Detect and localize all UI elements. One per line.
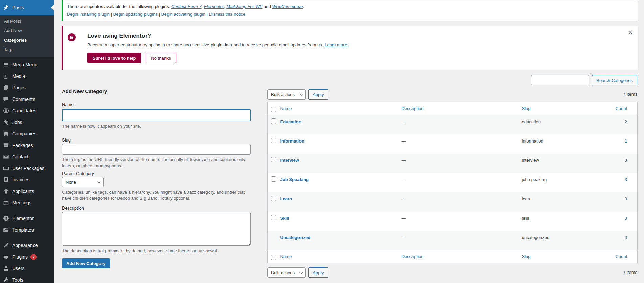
row-checkbox[interactable] bbox=[271, 196, 276, 201]
column-header-link[interactable]: Description bbox=[402, 254, 424, 259]
sidebar-item-label: Candidates bbox=[12, 108, 36, 113]
count-cell: 3 bbox=[603, 154, 638, 173]
sidebar-item-candidates[interactable]: Candidates bbox=[0, 105, 54, 116]
column-header-link[interactable]: Slug bbox=[522, 254, 531, 259]
notice-action-link[interactable]: Dismiss this notice bbox=[209, 12, 245, 17]
notice-action-link[interactable]: Begin updating plugins bbox=[113, 12, 158, 17]
column-header-link[interactable]: Slug bbox=[522, 106, 531, 111]
plugin-link[interactable]: Mailchimp For WP bbox=[226, 4, 262, 9]
current-menu-arrow bbox=[51, 5, 54, 11]
learn-more-link[interactable]: Learn more. bbox=[325, 42, 348, 47]
category-name-link[interactable]: Learn bbox=[280, 196, 292, 201]
description-cell: — bbox=[402, 115, 522, 134]
form-heading: Add New Category bbox=[62, 88, 251, 94]
notice-action-link[interactable]: Begin installing plugin bbox=[67, 12, 110, 17]
column-header-name: Name bbox=[280, 250, 402, 263]
slug-input[interactable] bbox=[62, 144, 251, 155]
column-header-link[interactable]: Name bbox=[280, 106, 292, 111]
plugin-link[interactable]: WooCommerce bbox=[272, 4, 303, 9]
count-link[interactable]: 1 bbox=[625, 138, 627, 144]
count-cell: 3 bbox=[603, 212, 638, 231]
column-header-link[interactable]: Description bbox=[402, 106, 424, 111]
sidebar-item-meetings[interactable]: Meetings bbox=[0, 197, 54, 209]
sidebar-item-users[interactable]: Users bbox=[0, 263, 54, 274]
apply-button[interactable]: Apply bbox=[308, 89, 328, 100]
bulk-actions-select[interactable]: Bulk actions bbox=[267, 267, 306, 278]
row-checkbox[interactable] bbox=[271, 176, 276, 182]
select-all-checkbox[interactable] bbox=[271, 255, 276, 260]
row-checkbox[interactable] bbox=[271, 118, 276, 124]
meetings-icon bbox=[3, 199, 9, 206]
notice-action-link[interactable]: Begin activating plugin bbox=[161, 12, 205, 17]
elementor-accept-button[interactable]: Sure! I'd love to help bbox=[87, 53, 141, 63]
column-header-link[interactable]: Count bbox=[615, 254, 627, 259]
count-link[interactable]: 3 bbox=[625, 216, 627, 221]
plugin-link[interactable]: Elementor bbox=[204, 4, 224, 9]
description-value: — bbox=[402, 196, 406, 201]
apply-button[interactable]: Apply bbox=[308, 267, 328, 278]
column-header-link[interactable]: Name bbox=[280, 254, 292, 259]
appearance-icon bbox=[3, 242, 9, 249]
sidebar-item-mega-menu[interactable]: Mega Menu bbox=[0, 59, 54, 70]
description-textarea[interactable] bbox=[62, 212, 251, 246]
sidebar-item-jobs[interactable]: Jobs bbox=[0, 116, 54, 128]
sidebar-item-invoices[interactable]: Invoices bbox=[0, 174, 54, 186]
sidebar-item-templates[interactable]: Templates bbox=[0, 224, 54, 236]
name-cell: Uncategorized bbox=[280, 231, 402, 250]
name-input[interactable] bbox=[62, 109, 251, 121]
count-link[interactable]: 0 bbox=[625, 235, 627, 240]
count-link[interactable]: 2 bbox=[625, 119, 627, 124]
sidebar-item-posts[interactable]: Posts bbox=[0, 0, 54, 15]
search-input[interactable] bbox=[531, 75, 589, 85]
sidebar-item-media[interactable]: Media bbox=[0, 70, 54, 82]
pin-icon bbox=[3, 4, 9, 11]
name-label: Name bbox=[62, 102, 251, 107]
description-value: — bbox=[402, 158, 406, 163]
column-header-link[interactable]: Count bbox=[615, 106, 627, 111]
count-link[interactable]: 3 bbox=[625, 158, 627, 163]
category-name-link[interactable]: Skill bbox=[280, 216, 289, 221]
count-link[interactable]: 3 bbox=[625, 177, 627, 182]
sidebar-item-applicants[interactable]: Applicants bbox=[0, 186, 54, 197]
add-new-category-button[interactable]: Add New Category bbox=[62, 258, 110, 268]
category-name-link[interactable]: Uncategorized bbox=[280, 235, 311, 240]
templates-icon bbox=[3, 226, 9, 233]
sidebar-item-tools[interactable]: Tools bbox=[0, 274, 54, 283]
category-name-link[interactable]: Job Speaking bbox=[280, 177, 309, 182]
sidebar-item-user-packages[interactable]: User Packages bbox=[0, 162, 54, 174]
sidebar-item-comments[interactable]: Comments bbox=[0, 93, 54, 105]
column-header-count: Count bbox=[603, 102, 638, 115]
search-categories-button[interactable]: Search Categories bbox=[592, 75, 637, 85]
sidebar-subitem-add-new[interactable]: Add New bbox=[0, 26, 54, 36]
slug-help: The “slug” is the URL-friendly version o… bbox=[62, 157, 251, 169]
row-checkbox-cell bbox=[268, 154, 280, 173]
row-checkbox[interactable] bbox=[271, 157, 276, 162]
plugin-link[interactable]: Contact Form 7 bbox=[171, 4, 202, 9]
sidebar-item-contact[interactable]: Contact bbox=[0, 151, 54, 162]
users-icon bbox=[3, 265, 9, 272]
count-link[interactable]: 3 bbox=[625, 196, 627, 201]
table-row: Skill—skill3 bbox=[268, 212, 638, 231]
sidebar-subitem-tags[interactable]: Tags bbox=[0, 45, 54, 55]
table-row: Job Speaking—job-speaking3 bbox=[268, 173, 638, 192]
sidebar-item-label: Packages bbox=[12, 143, 33, 148]
sidebar-item-pages[interactable]: Pages bbox=[0, 82, 54, 93]
row-checkbox[interactable] bbox=[271, 215, 276, 220]
bulk-actions-select[interactable]: Bulk actions bbox=[267, 89, 306, 100]
elementor-decline-button[interactable]: No thanks bbox=[146, 53, 176, 63]
row-checkbox[interactable] bbox=[271, 138, 276, 143]
sidebar-item-elementor[interactable]: Elementor bbox=[0, 213, 54, 224]
select-all-checkbox[interactable] bbox=[271, 107, 276, 112]
category-name-link[interactable]: Interview bbox=[280, 158, 299, 163]
close-icon[interactable]: ✕ bbox=[628, 29, 633, 36]
name-help: The name is how it appears on your site. bbox=[62, 123, 251, 129]
sidebar-item-packages[interactable]: Packages bbox=[0, 139, 54, 151]
sidebar-item-companies[interactable]: Companies bbox=[0, 128, 54, 139]
category-name-link[interactable]: Education bbox=[280, 119, 302, 124]
parent-category-select[interactable]: None bbox=[62, 177, 104, 187]
category-name-link[interactable]: Information bbox=[280, 138, 305, 144]
sidebar-subitem-categories[interactable]: Categories bbox=[0, 36, 54, 45]
sidebar-item-plugins[interactable]: Plugins7 bbox=[0, 251, 54, 263]
sidebar-subitem-all-posts[interactable]: All Posts bbox=[0, 17, 54, 26]
sidebar-item-appearance[interactable]: Appearance bbox=[0, 240, 54, 251]
